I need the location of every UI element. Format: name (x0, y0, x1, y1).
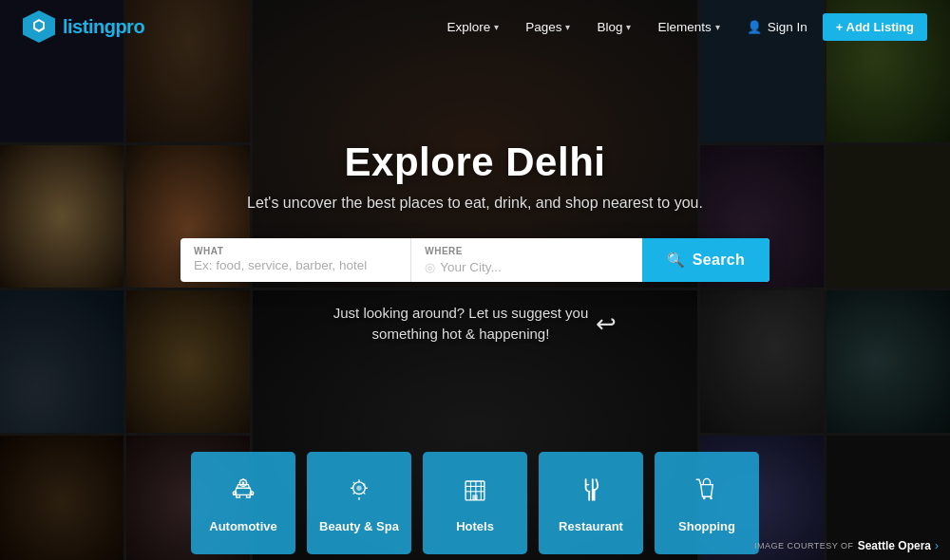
pages-chevron-icon: ▾ (565, 22, 570, 32)
svg-rect-10 (472, 495, 477, 499)
search-what-field: What (180, 238, 411, 282)
user-icon: 👤 (747, 20, 762, 34)
logo-text: listingpro (63, 16, 144, 38)
search-where-input[interactable] (440, 260, 628, 274)
shopping-label: Shopping (678, 519, 735, 533)
suggestion-arrow-icon: ↩ (596, 311, 617, 336)
search-what-input[interactable] (194, 258, 397, 272)
nav-links: Explore ▾ Pages ▾ Blog ▾ Elements ▾ 👤 Si… (435, 13, 927, 41)
elements-chevron-icon: ▾ (715, 22, 720, 32)
hotels-icon (458, 473, 492, 512)
location-icon: ◎ (425, 260, 435, 274)
svg-point-12 (703, 497, 706, 500)
category-automotive[interactable]: Automotive (191, 452, 295, 554)
nav-pages[interactable]: Pages ▾ (514, 14, 581, 40)
navbar: listingpro Explore ▾ Pages ▾ Blog ▾ Elem… (0, 0, 950, 53)
explore-chevron-icon: ▾ (494, 22, 499, 32)
add-listing-button[interactable]: + Add Listing (823, 13, 927, 41)
search-icon: 🔍 (667, 252, 685, 269)
image-credit-arrow-icon: › (935, 539, 939, 552)
logo-icon (23, 10, 55, 43)
svg-point-13 (710, 497, 712, 500)
signin-button[interactable]: 👤 Sign In (735, 14, 819, 40)
category-hotels[interactable]: Hotels (423, 452, 527, 554)
restaurant-icon (574, 473, 608, 512)
search-what-label: What (194, 246, 397, 256)
image-credit-name: Seattle Opera (858, 539, 931, 552)
image-credit-prefix: IMAGE COURTESY OF (754, 541, 854, 551)
svg-point-3 (356, 486, 361, 491)
category-restaurant[interactable]: Restaurant (539, 452, 643, 554)
hero-title: Explore Delhi (345, 140, 606, 185)
search-button[interactable]: 🔍 Search (642, 238, 770, 282)
nav-blog[interactable]: Blog ▾ (585, 14, 642, 40)
hero-content: Explore Delhi Let's uncover the best pla… (0, 0, 950, 456)
hero-suggestion: Just looking around? Let us suggest yous… (333, 303, 618, 345)
restaurant-label: Restaurant (559, 519, 623, 533)
beauty-spa-label: Beauty & Spa (319, 519, 399, 533)
nav-elements[interactable]: Elements ▾ (646, 14, 731, 40)
search-where-label: Where (425, 246, 628, 256)
hotels-label: Hotels (456, 519, 494, 533)
search-where-field: Where ◎ (411, 238, 641, 282)
automotive-label: Automotive (209, 519, 277, 533)
beauty-icon (342, 473, 376, 512)
nav-explore[interactable]: Explore ▾ (435, 14, 510, 40)
automotive-icon (226, 473, 260, 512)
search-bar: What Where ◎ 🔍 Search (180, 238, 770, 282)
svg-point-1 (242, 481, 245, 484)
suggestion-text: Just looking around? Let us suggest yous… (333, 303, 589, 345)
category-beauty-spa[interactable]: Beauty & Spa (307, 452, 411, 554)
logo[interactable]: listingpro (23, 10, 144, 43)
shopping-icon (690, 473, 724, 512)
image-credit[interactable]: IMAGE COURTESY OF Seattle Opera › (754, 539, 939, 552)
category-shopping[interactable]: Shopping (655, 452, 759, 554)
blog-chevron-icon: ▾ (626, 22, 631, 32)
hero-subtitle: Let's uncover the best places to eat, dr… (247, 195, 703, 212)
